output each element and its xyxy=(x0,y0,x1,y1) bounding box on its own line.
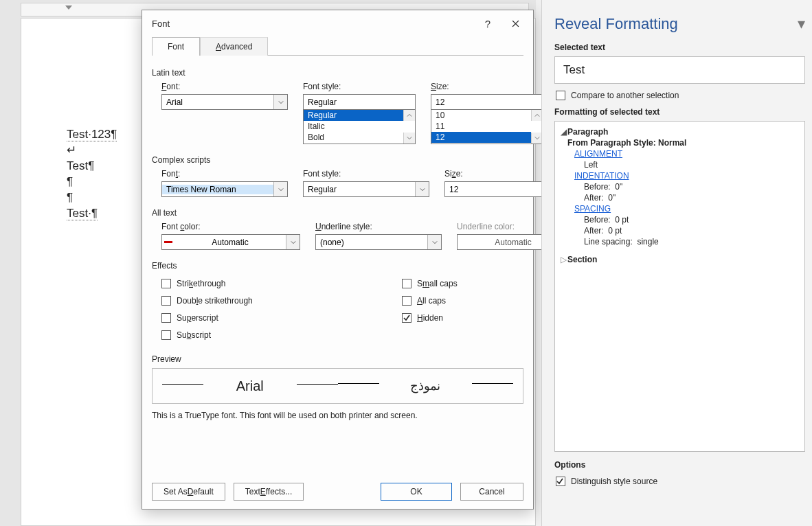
label-size: Size: xyxy=(431,82,543,91)
latin-font-combo[interactable] xyxy=(161,94,288,110)
underline-style-input[interactable] xyxy=(316,238,427,247)
section-all-text: All text xyxy=(152,208,523,218)
preview-latin-sample: Arial xyxy=(236,378,264,394)
complex-size-input[interactable] xyxy=(445,185,556,194)
complex-font-input[interactable] xyxy=(162,185,273,194)
checkbox-double-strikethrough[interactable]: Double strikethrough xyxy=(161,292,368,309)
doc-line[interactable]: ¶ xyxy=(67,190,117,206)
chevron-down-icon[interactable] xyxy=(286,235,300,249)
tree-indent-before: Before: 0" xyxy=(584,182,799,192)
preview-box: Arial نموذج xyxy=(152,368,523,404)
scroll-up-icon[interactable] xyxy=(403,110,415,121)
list-item[interactable]: Bold xyxy=(304,132,403,143)
tree-section[interactable]: Section xyxy=(567,255,597,264)
label-font-color: Font color: xyxy=(161,222,300,231)
tree-spacing-after: After: 0 pt xyxy=(584,226,799,236)
latin-size-listbox[interactable]: 10 11 12 xyxy=(431,110,543,144)
options-label: Options xyxy=(554,460,805,470)
section-latin: Latin text xyxy=(152,68,523,78)
panel-title: Reveal Formatting ▾ xyxy=(554,15,805,33)
complex-style-input[interactable] xyxy=(304,185,415,194)
tree-alignment-link[interactable]: ALIGNMENT xyxy=(574,149,622,159)
dialog-buttons: Set As Default Text Effects... OK Cancel xyxy=(152,483,523,501)
chevron-down-icon[interactable] xyxy=(415,182,429,196)
latin-style-combo[interactable] xyxy=(303,94,416,110)
ok-button[interactable]: OK xyxy=(381,483,452,501)
latin-size-input[interactable] xyxy=(431,98,543,107)
section-effects: Effects xyxy=(152,261,523,271)
checkbox-strikethrough[interactable]: Strikethrough xyxy=(161,275,368,292)
document-body[interactable]: Test·123¶ ↵ Test¶ ¶ ¶ Test·¶ xyxy=(67,127,117,222)
set-default-button[interactable]: Set As Default xyxy=(152,483,225,501)
dialog-title: Font xyxy=(152,19,474,29)
tree-spacing-before: Before: 0 pt xyxy=(584,215,799,225)
checkbox-hidden[interactable]: Hidden xyxy=(402,309,523,326)
label-complex-style: Font style: xyxy=(303,169,429,179)
label-font: Font: xyxy=(161,82,288,91)
formatting-tree[interactable]: ◢Paragraph From Paragraph Style: Normal … xyxy=(554,121,805,452)
tab-font[interactable]: Font xyxy=(152,37,200,56)
tree-spacing-link[interactable]: SPACING xyxy=(574,204,611,214)
latin-size-combo[interactable] xyxy=(431,94,543,110)
checkbox-distinguish-style[interactable]: Distinguish style source xyxy=(556,477,804,486)
checkbox-small-caps[interactable]: Small caps xyxy=(402,275,523,292)
label-underline-style: Underline style: xyxy=(315,222,442,231)
checkbox-all-caps[interactable]: All caps xyxy=(402,292,523,309)
doc-line[interactable]: Test·¶ xyxy=(67,207,98,220)
checkbox-subscript[interactable]: Subscript xyxy=(161,326,368,343)
tab-body: Latin text Font: Font style: xyxy=(152,55,523,420)
list-item[interactable]: Italic xyxy=(304,121,403,132)
checkbox-superscript[interactable]: Superscript xyxy=(161,309,368,326)
tree-from-style: From Paragraph Style: Normal xyxy=(567,138,799,148)
reveal-formatting-panel: Reveal Formatting ▾ Selected text Test C… xyxy=(541,0,812,526)
tree-line-spacing: Line spacing: single xyxy=(584,237,799,247)
chevron-down-icon[interactable] xyxy=(427,235,441,249)
list-item[interactable]: 10 xyxy=(431,110,531,121)
list-item[interactable]: 12 xyxy=(431,132,531,143)
doc-line[interactable]: ↵ xyxy=(67,143,117,159)
font-dialog: Font ? Font Advanced Latin text Font: Fo xyxy=(142,10,534,510)
chevron-down-icon[interactable] xyxy=(273,95,287,109)
scroll-down-icon[interactable] xyxy=(403,133,415,144)
section-preview: Preview xyxy=(152,354,523,364)
help-button[interactable]: ? xyxy=(474,13,501,34)
section-complex: Complex scripts xyxy=(152,155,523,165)
checkbox-compare-selection[interactable]: Compare to another selection xyxy=(556,91,804,100)
tree-indentation-link[interactable]: INDENTATION xyxy=(574,171,629,181)
latin-font-input[interactable] xyxy=(162,98,273,107)
panel-menu-icon[interactable]: ▾ xyxy=(798,15,805,33)
tree-paragraph[interactable]: Paragraph xyxy=(567,127,608,137)
tree-indent-after: After: 0" xyxy=(584,193,799,203)
text-effects-button[interactable]: Text Effects... xyxy=(234,483,304,501)
dialog-tabs: Font Advanced xyxy=(152,36,523,55)
doc-line[interactable]: Test¶ xyxy=(67,159,117,174)
preview-hint: This is a TrueType font. This font will … xyxy=(152,411,523,420)
selected-text-value: Test xyxy=(554,56,805,84)
latin-style-listbox[interactable]: Regular Italic Bold xyxy=(303,110,416,144)
cancel-button[interactable]: Cancel xyxy=(460,483,523,501)
underline-style-combo[interactable] xyxy=(315,234,442,250)
chevron-down-icon[interactable] xyxy=(273,182,287,196)
tab-advanced[interactable]: Advanced xyxy=(200,37,268,56)
font-color-input[interactable] xyxy=(174,238,286,247)
complex-font-combo[interactable] xyxy=(161,181,288,197)
label-font-style: Font style: xyxy=(303,82,416,91)
dialog-titlebar[interactable]: Font ? xyxy=(142,10,533,36)
label-complex-font: Font: xyxy=(161,169,288,179)
list-item[interactable]: Regular xyxy=(304,110,403,121)
close-button[interactable] xyxy=(501,13,529,34)
formatting-label: Formatting of selected text xyxy=(554,107,805,117)
doc-line[interactable]: Test·123¶ xyxy=(67,128,117,141)
font-color-combo[interactable] xyxy=(161,234,300,250)
complex-style-combo[interactable] xyxy=(303,181,429,197)
doc-line[interactable]: ¶ xyxy=(67,174,117,190)
tree-alignment-val: Left xyxy=(584,160,799,170)
latin-style-input[interactable] xyxy=(304,98,415,107)
selected-text-label: Selected text xyxy=(554,43,805,52)
preview-arabic-sample: نموذج xyxy=(410,378,440,393)
list-item[interactable]: 11 xyxy=(431,121,531,132)
